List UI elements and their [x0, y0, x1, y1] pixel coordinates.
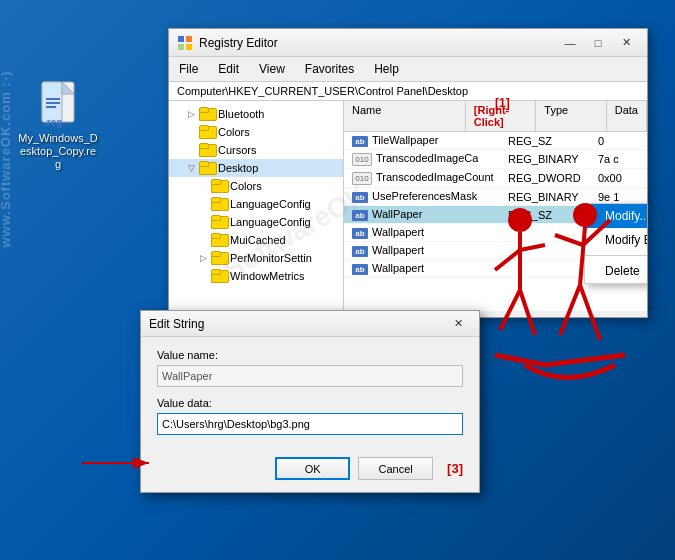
- svg-rect-5: [46, 106, 56, 108]
- tree-panel: ▷ Bluetooth Colors Cursors ▽: [169, 101, 344, 311]
- folder-icon: [199, 161, 215, 175]
- dialog-buttons: OK Cancel [3]: [157, 449, 463, 480]
- svg-rect-10: [178, 44, 184, 50]
- col-header-data: Data: [607, 101, 647, 131]
- menu-edit[interactable]: Edit: [208, 59, 249, 79]
- svg-rect-4: [46, 102, 60, 104]
- svg-line-24: [560, 285, 580, 335]
- tree-label: Bluetooth: [218, 108, 264, 120]
- menu-help[interactable]: Help: [364, 59, 409, 79]
- arrow-annotation: [77, 453, 157, 473]
- val-data: 0: [594, 135, 647, 147]
- tree-label: Cursors: [218, 144, 257, 156]
- tree-item-colors[interactable]: Colors: [169, 123, 343, 141]
- svg-line-22: [555, 235, 583, 245]
- maximize-button[interactable]: □: [585, 33, 611, 53]
- expand-icon: [197, 234, 209, 246]
- svg-rect-9: [186, 36, 192, 42]
- tree-label: PerMonitorSettin: [230, 252, 312, 264]
- svg-line-21: [580, 227, 585, 285]
- col-header-type: Type: [536, 101, 606, 131]
- col-header-name: Name: [344, 101, 466, 131]
- val-type: REG_DWORD: [504, 172, 594, 184]
- window-title: Registry Editor: [199, 36, 557, 50]
- svg-rect-11: [186, 44, 192, 50]
- dialog-titlebar: Edit String ✕: [141, 311, 479, 337]
- tree-item-desktop-colors[interactable]: Colors: [169, 177, 343, 195]
- folder-icon: [211, 215, 227, 229]
- annotation-1: [1]: [495, 96, 510, 110]
- svg-line-17: [520, 245, 545, 250]
- val-type: REG_SZ: [504, 135, 594, 147]
- tree-label: MuiCached: [230, 234, 286, 246]
- tree-item-langconfig1[interactable]: LanguageConfig: [169, 195, 343, 213]
- menu-file[interactable]: File: [169, 59, 208, 79]
- desktop: www.SoftwareOK.com :-) .reg My_Windows_D…: [0, 0, 675, 560]
- expand-icon: [197, 270, 209, 282]
- val-type: REG_BINARY: [504, 153, 594, 165]
- tree-label: WindowMetrics: [230, 270, 305, 282]
- svg-line-16: [495, 250, 520, 270]
- tree-label: Desktop: [218, 162, 258, 174]
- folder-icon: [199, 107, 215, 121]
- address-text: Computer\HKEY_CURRENT_USER\Control Panel…: [177, 85, 468, 97]
- expand-icon: [197, 180, 209, 192]
- tree-label: LanguageConfig: [230, 198, 311, 210]
- svg-rect-8: [178, 36, 184, 42]
- expand-icon: [185, 126, 197, 138]
- reg-file-icon: .reg: [34, 80, 82, 128]
- value-name-label: Value name:: [157, 349, 463, 361]
- svg-line-18: [500, 290, 520, 330]
- svg-text:.reg: .reg: [44, 117, 62, 128]
- registry-app-icon: [177, 35, 193, 51]
- svg-line-25: [580, 285, 600, 340]
- tree-item-cursors[interactable]: Cursors: [169, 141, 343, 159]
- expand-icon: ▽: [185, 162, 197, 174]
- value-data-input[interactable]: [157, 413, 463, 435]
- address-bar: Computer\HKEY_CURRENT_USER\Control Panel…: [169, 82, 647, 101]
- val-name: abTileWallpaper: [344, 134, 504, 147]
- svg-point-20: [573, 203, 597, 227]
- folder-icon: [211, 179, 227, 193]
- watermark-text: www.SoftwareOK.com :-): [0, 71, 13, 248]
- svg-line-19: [520, 290, 535, 335]
- registry-titlebar: Registry Editor ― □ ✕: [169, 29, 647, 57]
- val-name: 010TranscodedImageCount: [344, 171, 504, 185]
- tree-item-windowmetrics[interactable]: WindowMetrics: [169, 267, 343, 285]
- tree-item-langconfig2[interactable]: LanguageConfig: [169, 213, 343, 231]
- val-name: 010TranscodedImageCa: [344, 152, 504, 166]
- ok-button[interactable]: OK: [275, 457, 350, 480]
- value-name-input[interactable]: [157, 365, 463, 387]
- cancel-button[interactable]: Cancel: [358, 457, 433, 480]
- value-row-transcodedcount[interactable]: 010TranscodedImageCount REG_DWORD 0x00: [344, 169, 647, 188]
- value-row-transcodedcache[interactable]: 010TranscodedImageCa REG_BINARY 7a c: [344, 150, 647, 169]
- edit-string-dialog: Edit String ✕ Value name: Value data: OK: [140, 310, 480, 493]
- desktop-icon-reg[interactable]: .reg My_Windows_Desktop_Copy.reg: [18, 80, 98, 172]
- value-row-tilewallpaper[interactable]: abTileWallpaper REG_SZ 0: [344, 132, 647, 150]
- folder-icon: [211, 233, 227, 247]
- tree-label: LanguageConfig: [230, 216, 311, 228]
- svg-rect-3: [46, 98, 60, 100]
- menu-view[interactable]: View: [249, 59, 295, 79]
- folder-icon: [199, 125, 215, 139]
- folder-icon: [211, 197, 227, 211]
- expand-icon: ▷: [197, 252, 209, 264]
- tree-item-desktop[interactable]: ▽ Desktop: [169, 159, 343, 177]
- tree-item-muicached[interactable]: MuiCached: [169, 231, 343, 249]
- window-controls: ― □ ✕: [557, 33, 639, 53]
- val-data: 0x00: [594, 172, 647, 184]
- expand-icon: [197, 198, 209, 210]
- minimize-button[interactable]: ―: [557, 33, 583, 53]
- tree-item-permonitor[interactable]: ▷ PerMonitorSettin: [169, 249, 343, 267]
- expand-icon: [185, 144, 197, 156]
- tree-label: Colors: [218, 126, 250, 138]
- stick-figures: [465, 190, 645, 390]
- folder-icon: [211, 251, 227, 265]
- svg-point-14: [508, 208, 532, 232]
- tree-item-bluetooth[interactable]: ▷ Bluetooth: [169, 105, 343, 123]
- svg-line-26: [495, 355, 545, 365]
- annotation-3: [3]: [447, 457, 463, 480]
- close-button[interactable]: ✕: [613, 33, 639, 53]
- menu-favorites[interactable]: Favorites: [295, 59, 364, 79]
- icon-label: My_Windows_Desktop_Copy.reg: [18, 132, 98, 172]
